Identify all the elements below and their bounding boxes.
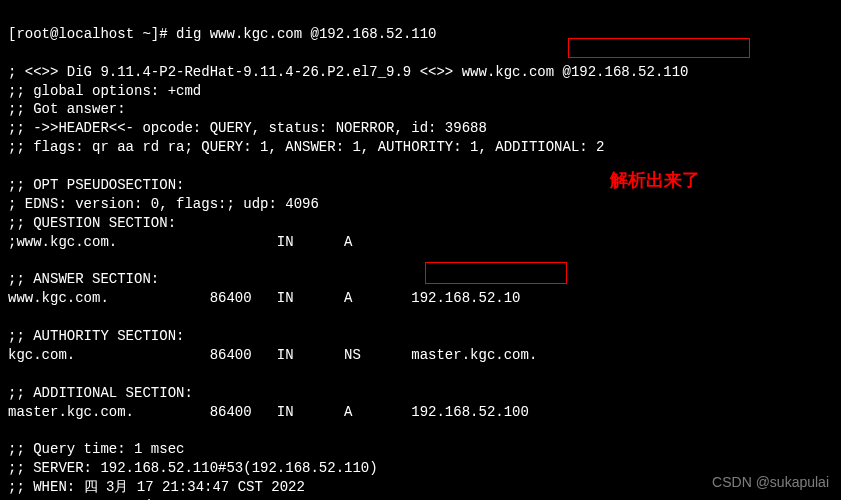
shell-prompt: [root@localhost ~]# [8, 26, 176, 42]
watermark-text: CSDN @sukapulai [712, 474, 829, 490]
annotation-text: 解析出来了 [610, 168, 700, 192]
dig-question-line: ;www.kgc.com. IN A [8, 234, 352, 250]
dig-got-answer: ;; Got answer: [8, 101, 126, 117]
dig-header: ;; ->>HEADER<<- opcode: QUERY, status: N… [8, 120, 487, 136]
dig-flags: ;; flags: qr aa rd ra; QUERY: 1, ANSWER:… [8, 139, 605, 155]
dig-answer-title: ;; ANSWER SECTION: [8, 271, 159, 287]
dig-additional-title: ;; ADDITIONAL SECTION: [8, 385, 193, 401]
dig-edns: ; EDNS: version: 0, flags:; udp: 4096 [8, 196, 319, 212]
dig-authority-line: kgc.com. 86400 IN NS master.kgc.com. [8, 347, 537, 363]
dig-authority-title: ;; AUTHORITY SECTION: [8, 328, 184, 344]
dig-additional-line: master.kgc.com. 86400 IN A 192.168.52.10… [8, 404, 529, 420]
dig-opt-title: ;; OPT PSEUDOSECTION: [8, 177, 184, 193]
dig-when: ;; WHEN: 四 3月 17 21:34:47 CST 2022 [8, 479, 305, 495]
dig-answer-line: www.kgc.com. 86400 IN A 192.168.52.10 [8, 290, 520, 306]
dig-global-options: ;; global options: +cmd [8, 83, 201, 99]
dig-server: ;; SERVER: 192.168.52.110#53(192.168.52.… [8, 460, 378, 476]
dig-question-title: ;; QUESTION SECTION: [8, 215, 176, 231]
terminal-output: [root@localhost ~]# dig www.kgc.com @192… [0, 0, 841, 500]
typed-command: dig www.kgc.com @192.168.52.110 [176, 26, 436, 42]
dig-banner: ; <<>> DiG 9.11.4-P2-RedHat-9.11.4-26.P2… [8, 64, 689, 80]
dig-query-time: ;; Query time: 1 msec [8, 441, 184, 457]
